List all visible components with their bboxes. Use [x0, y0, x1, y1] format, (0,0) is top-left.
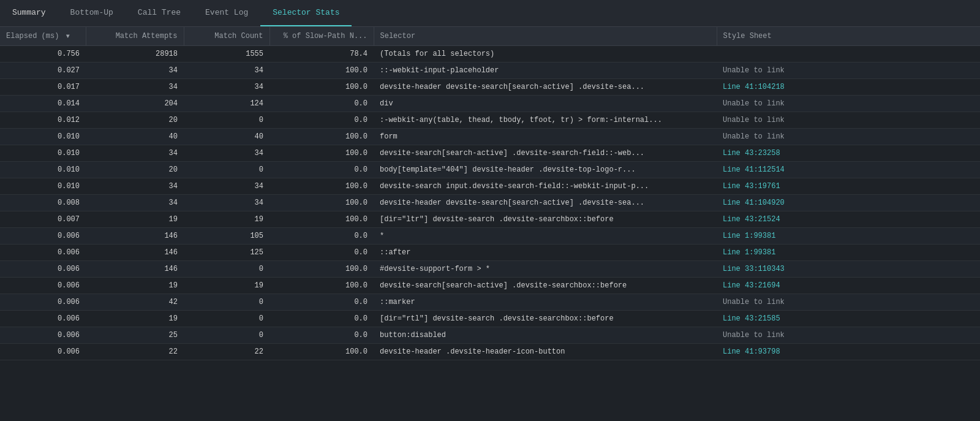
tab-selector-stats[interactable]: Selector Stats — [260, 0, 352, 26]
cell-match-attempts: 20 — [86, 162, 184, 178]
cell-stylesheet[interactable]: Line 41:93798 — [717, 344, 980, 360]
tab-bottom-up[interactable]: Bottom-Up — [58, 0, 126, 26]
col-header-stylesheet-label: Style Sheet — [723, 32, 772, 40]
stylesheet-link[interactable]: Line 43:23258 — [723, 149, 780, 157]
cell-match-attempts: 20 — [86, 112, 184, 129]
cell-slow-path: 0.0 — [270, 96, 374, 112]
cell-selector: ::-webkit-input-placeholder — [374, 63, 717, 79]
cell-match-count: 105 — [184, 228, 270, 245]
table-row: 0.0061900.0[dir="rtl"] devsite-search .d… — [0, 311, 980, 327]
col-header-selector[interactable]: Selector — [374, 27, 717, 46]
tab-event-log[interactable]: Event Log — [193, 0, 260, 26]
cell-stylesheet: Unable to link — [717, 129, 980, 145]
table-row: 0.0103434100.0devsite-search input.devsi… — [0, 178, 980, 195]
col-header-match-attempts[interactable]: Match Attempts — [86, 27, 184, 46]
stylesheet-link[interactable]: Line 43:21694 — [723, 281, 780, 290]
table-row: 0.0062222100.0devsite-header .devsite-he… — [0, 344, 980, 360]
unable-to-link-label: Unable to link — [723, 132, 785, 141]
cell-match-attempts: 34 — [86, 63, 184, 79]
stylesheet-link[interactable]: Line 41:104920 — [723, 199, 785, 207]
cell-stylesheet[interactable]: Line 1:99381 — [717, 245, 980, 261]
stylesheet-link[interactable]: Line 43:19761 — [723, 182, 780, 191]
cell-match-count: 22 — [184, 344, 270, 360]
cell-match-attempts: 34 — [86, 178, 184, 195]
cell-match-attempts: 146 — [86, 245, 184, 261]
cell-stylesheet[interactable]: Line 43:23258 — [717, 145, 980, 162]
cell-match-count: 19 — [184, 278, 270, 294]
cell-elapsed: 0.006 — [0, 294, 86, 311]
selector-stats-table: Elapsed (ms) ▼ Match Attempts Match Coun… — [0, 27, 980, 360]
cell-match-count: 0 — [184, 311, 270, 327]
cell-stylesheet: Unable to link — [717, 112, 980, 129]
cell-match-attempts: 146 — [86, 261, 184, 278]
cell-stylesheet: Unable to link — [717, 63, 980, 79]
cell-stylesheet[interactable]: Line 43:21694 — [717, 278, 980, 294]
unable-to-link-label: Unable to link — [723, 116, 785, 124]
table-row: 0.0061461250.0::afterLine 1:99381 — [0, 245, 980, 261]
stylesheet-link[interactable]: Line 33:110343 — [723, 265, 785, 273]
cell-match-attempts: 22 — [86, 344, 184, 360]
cell-match-count: 34 — [184, 79, 270, 96]
cell-stylesheet[interactable]: Line 41:104920 — [717, 195, 980, 211]
cell-slow-path: 0.0 — [270, 162, 374, 178]
table-row: 0.0062500.0button:disabledUnable to link — [0, 327, 980, 344]
table-row: 0.0102000.0body[template="404"] devsite-… — [0, 162, 980, 178]
tab-summary[interactable]: Summary — [0, 0, 58, 26]
col-header-match-count[interactable]: Match Count — [184, 27, 270, 46]
stylesheet-link[interactable]: Line 43:21524 — [723, 215, 780, 224]
cell-elapsed: 0.010 — [0, 129, 86, 145]
cell-elapsed: 0.010 — [0, 178, 86, 195]
stylesheet-link[interactable]: Line 41:112514 — [723, 165, 785, 174]
table-row: 0.0104040100.0formUnable to link — [0, 129, 980, 145]
cell-stylesheet[interactable]: Line 43:21585 — [717, 311, 980, 327]
cell-stylesheet[interactable]: Line 41:104218 — [717, 79, 980, 96]
cell-elapsed: 0.008 — [0, 195, 86, 211]
cell-elapsed: 0.027 — [0, 63, 86, 79]
cell-match-attempts: 25 — [86, 327, 184, 344]
table-row: 0.75628918155578.4(Totals for all select… — [0, 46, 980, 63]
cell-selector: form — [374, 129, 717, 145]
stylesheet-link[interactable]: Line 1:99381 — [723, 232, 775, 240]
cell-stylesheet[interactable]: Line 1:99381 — [717, 228, 980, 245]
cell-stylesheet[interactable]: Line 33:110343 — [717, 261, 980, 278]
cell-slow-path: 100.0 — [270, 79, 374, 96]
cell-slow-path: 0.0 — [270, 311, 374, 327]
unable-to-link-label: Unable to link — [723, 66, 785, 75]
cell-stylesheet[interactable]: Line 43:19761 — [717, 178, 980, 195]
unable-to-link-label: Unable to link — [723, 298, 785, 306]
cell-selector: devsite-search[search-active] .devsite-s… — [374, 145, 717, 162]
col-header-slow-path[interactable]: % of Slow-Path N... — [270, 27, 374, 46]
table-row: 0.0071919100.0[dir="ltr"] devsite-search… — [0, 211, 980, 228]
col-header-match-attempts-label: Match Attempts — [116, 32, 178, 40]
cell-stylesheet[interactable]: Line 41:112514 — [717, 162, 980, 178]
cell-stylesheet[interactable]: Line 43:21524 — [717, 211, 980, 228]
sort-desc-icon: ▼ — [66, 33, 70, 40]
cell-selector: devsite-header devsite-search[search-act… — [374, 79, 717, 96]
stylesheet-link[interactable]: Line 41:93798 — [723, 347, 780, 356]
col-header-elapsed[interactable]: Elapsed (ms) ▼ — [0, 27, 86, 46]
cell-match-attempts: 204 — [86, 96, 184, 112]
col-header-stylesheet[interactable]: Style Sheet — [717, 27, 980, 46]
cell-match-attempts: 19 — [86, 211, 184, 228]
table-row: 0.0061461050.0*Line 1:99381 — [0, 228, 980, 245]
cell-match-attempts: 40 — [86, 129, 184, 145]
cell-match-count: 34 — [184, 63, 270, 79]
cell-match-attempts: 146 — [86, 228, 184, 245]
cell-selector: (Totals for all selectors) — [374, 46, 717, 63]
cell-slow-path: 100.0 — [270, 145, 374, 162]
col-header-slow-path-label: % of Slow-Path N... — [284, 32, 368, 40]
stylesheet-link[interactable]: Line 1:99381 — [723, 248, 775, 257]
cell-slow-path: 78.4 — [270, 46, 374, 63]
cell-selector: :-webkit-any(table, thead, tbody, tfoot,… — [374, 112, 717, 129]
stylesheet-link[interactable]: Line 43:21585 — [723, 314, 780, 323]
unable-to-link-label: Unable to link — [723, 99, 785, 108]
cell-match-count: 34 — [184, 195, 270, 211]
cell-elapsed: 0.007 — [0, 211, 86, 228]
cell-selector: devsite-search[search-active] .devsite-s… — [374, 278, 717, 294]
col-header-elapsed-label: Elapsed (ms) — [6, 32, 59, 40]
tab-call-tree[interactable]: Call Tree — [126, 0, 193, 26]
cell-match-count: 125 — [184, 245, 270, 261]
cell-match-attempts: 19 — [86, 311, 184, 327]
stylesheet-link[interactable]: Line 41:104218 — [723, 83, 785, 91]
cell-match-count: 1555 — [184, 46, 270, 63]
